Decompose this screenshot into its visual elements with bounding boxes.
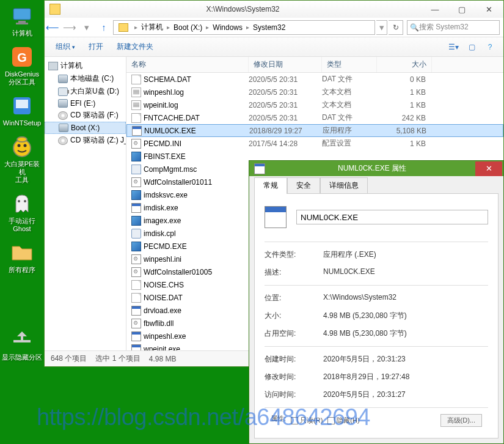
window-title: X:\Windows\System32 (64, 5, 422, 13)
maximize-button[interactable]: ▢ (448, 2, 475, 16)
svg-point-12 (24, 200, 26, 202)
tree-item-4[interactable]: CD 驱动器 (F:) (45, 109, 126, 122)
pc-icon (48, 62, 58, 70)
prop-row: 文件类型:应用程序 (.EXE) (265, 246, 488, 264)
svg-point-9 (24, 144, 27, 147)
watermark: https://blog.csdn.net/a648642694 (37, 404, 370, 431)
properties-close-button[interactable]: ✕ (475, 161, 502, 176)
minimize-button[interactable]: — (422, 2, 448, 16)
tab-general[interactable]: 常规 (254, 177, 287, 194)
desktop-icon-computer[interactable]: 计算机 (0, 0, 44, 41)
col-type[interactable]: 类型 (322, 57, 377, 72)
file-icon (131, 229, 141, 239)
tab-security[interactable]: 安全 (287, 177, 320, 194)
prop-row: 修改时间:2018年8月29日，19:27:48 (265, 368, 488, 386)
file-type-icon (265, 206, 287, 228)
col-date[interactable]: 修改日期 (249, 57, 322, 72)
preview-pane-button[interactable]: ▢ (463, 40, 480, 54)
titlebar: X:\Windows\System32 — ▢ ✕ (45, 1, 503, 18)
file-icon (131, 165, 141, 174)
desktop: 计算机GDiskGenius分区工具WinNTSetup大白菜PE装机工具手动运… (0, 0, 44, 444)
file-row[interactable]: NUML0CK.EXE2018/8/29 19:27应用程序5,108 KB (126, 124, 503, 137)
svg-rect-6 (16, 100, 28, 108)
up-button[interactable]: ↑ (96, 20, 112, 35)
desktop-icon-pe-tool[interactable]: 大白菜PE装机工具 (0, 131, 44, 188)
tab-row: 常规 安全 详细信息 (254, 177, 499, 194)
desktop-icon-winntsetup[interactable]: WinNTSetup (0, 90, 44, 131)
organize-button[interactable]: 组织 (49, 39, 81, 54)
desktop-icon-ghost[interactable]: 手动运行Ghost (0, 188, 44, 237)
prop-row: 创建时间:2020年5月5日，20:31:23 (265, 350, 488, 368)
list-header[interactable]: 名称 修改日期 类型 大小 (126, 57, 503, 73)
col-name[interactable]: 名称 (126, 57, 249, 72)
svg-rect-13 (13, 340, 31, 342)
file-icon (131, 190, 141, 200)
drive-icon (59, 124, 68, 132)
folder-tree[interactable]: 计算机本地磁盘 (C:)大白菜U盘 (D:)EFI (E:)CD 驱动器 (F:… (45, 57, 126, 350)
crumb-1[interactable]: Boot (X:) (171, 21, 205, 34)
file-row[interactable]: winpeshl.log2020/5/5 20:31文本文档1 KB (126, 86, 503, 98)
file-icon (131, 344, 141, 351)
svg-rect-0 (13, 9, 31, 20)
file-icon (131, 254, 141, 264)
back-button[interactable]: ⟵ (45, 20, 60, 35)
file-icon (131, 267, 141, 277)
view-button[interactable]: ☰▾ (445, 40, 462, 54)
file-row[interactable]: PECMD.INI2017/5/4 14:28配置设置1 KB (126, 137, 503, 150)
help-button[interactable]: ? (481, 40, 499, 54)
app-icon (254, 163, 265, 174)
tree-item-6[interactable]: CD 驱动器 (Z:) J_CC (45, 134, 126, 147)
crumb-3[interactable]: System32 (250, 21, 288, 34)
svg-text:G: G (17, 51, 27, 64)
tree-item-1[interactable]: 本地磁盘 (C:) (45, 72, 126, 85)
properties-dialog: NUML0CK.EXE 属性 ✕ 常规 安全 详细信息 文件类型:应用程序 (.… (249, 160, 504, 444)
desktop-icon-hide-partition[interactable]: 显示隐藏分区 (0, 324, 44, 365)
crumb-separator[interactable] (245, 24, 250, 31)
forward-button[interactable]: ⟶ (62, 20, 78, 35)
properties-titlebar[interactable]: NUML0CK.EXE 属性 ✕ (249, 161, 503, 176)
svg-point-11 (18, 200, 20, 202)
file-icon (131, 280, 141, 290)
desktop-icon-diskgenius[interactable]: GDiskGenius分区工具 (0, 41, 44, 90)
crumb-0[interactable]: 计算机 (139, 21, 166, 34)
tree-item-3[interactable]: EFI (E:) (45, 98, 126, 109)
open-button[interactable]: 打开 (82, 39, 109, 54)
advanced-button[interactable]: 高级(D)... (440, 414, 482, 427)
file-icon (131, 139, 141, 149)
crumb-separator[interactable] (133, 24, 139, 31)
item-count: 648 个项目 (51, 353, 87, 364)
prop-row: 占用空间:4.98 MB (5,230,080 字节) (265, 325, 488, 342)
svg-rect-1 (18, 21, 26, 23)
drive-icon (58, 99, 68, 108)
file-row[interactable]: SCHEMA.DAT2020/5/5 20:31DAT 文件0 KB (126, 73, 503, 86)
desktop-icon-programs[interactable]: 所有程序 (0, 237, 44, 278)
refresh-button[interactable]: ↻ (389, 20, 403, 35)
tree-item-0[interactable]: 计算机 (45, 59, 126, 72)
tree-item-5[interactable]: Boot (X:) (45, 122, 126, 134)
crumb-2[interactable]: Windows (210, 21, 245, 34)
file-row[interactable]: FNTCACHE.DAT2020/5/5 20:31DAT 文件242 KB (126, 111, 503, 124)
svg-rect-2 (16, 23, 28, 24)
breadcrumb[interactable]: 计算机Boot (X:)WindowsSystem32 (113, 20, 375, 35)
usb-icon (58, 87, 68, 96)
file-icon (131, 113, 141, 123)
tab-details[interactable]: 详细信息 (320, 177, 368, 194)
col-size[interactable]: 大小 (377, 57, 432, 72)
crumb-separator[interactable] (166, 24, 171, 31)
close-button[interactable]: ✕ (475, 2, 502, 16)
breadcrumb-dropdown[interactable]: ▾ (376, 20, 387, 35)
file-icon (131, 293, 141, 303)
crumb-separator[interactable] (205, 24, 210, 31)
history-dropdown[interactable]: ▾ (79, 20, 95, 35)
file-icon (132, 126, 142, 136)
selection-size: 4.98 MB (149, 355, 177, 363)
file-icon (131, 216, 141, 226)
filename-field[interactable] (296, 210, 488, 224)
tree-item-2[interactable]: 大白菜U盘 (D:) (45, 85, 126, 98)
new-folder-button[interactable]: 新建文件夹 (111, 39, 159, 54)
folder-icon (49, 4, 60, 15)
file-row[interactable]: wpeinit.log2020/5/5 20:31文本文档1 KB (126, 98, 503, 111)
search-input[interactable]: 🔍 搜索 System32 (407, 20, 500, 35)
prop-row: 描述:NUML0CK.EXE (265, 264, 488, 281)
prop-row: 访问时间:2020年5月5日，20:31:27 (265, 386, 488, 404)
